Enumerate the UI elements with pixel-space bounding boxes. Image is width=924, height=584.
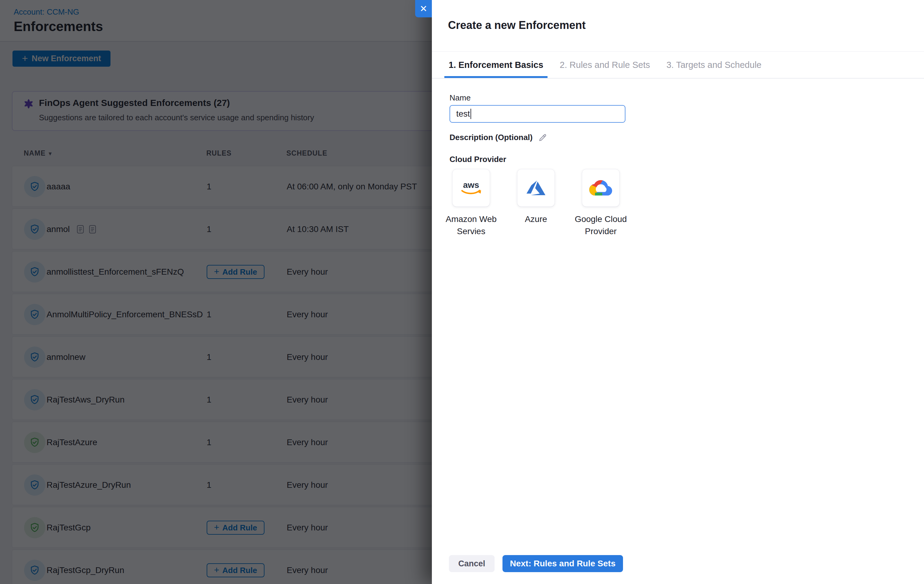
close-icon: ✕: [420, 3, 427, 14]
drawer-header: Create a new Enforcement: [432, 0, 924, 52]
create-enforcement-drawer: Create a new Enforcement 1. Enforcement …: [432, 0, 924, 584]
description-label-text: Description (Optional): [449, 133, 533, 142]
aws-logo-icon: aws: [458, 179, 484, 196]
azure-logo-icon: [526, 179, 545, 197]
screen: Account: CCM-NG Enforcements + New Enfor…: [0, 0, 924, 584]
name-input[interactable]: test: [449, 105, 625, 123]
tab-rules-and-rule-sets[interactable]: 2. Rules and Rule Sets: [555, 52, 654, 78]
drawer-title: Create a new Enforcement: [448, 19, 586, 31]
cloud-provider-cards: aws: [452, 169, 620, 207]
provider-card-gcp[interactable]: [582, 169, 620, 207]
next-button[interactable]: Next: Rules and Rule Sets: [502, 555, 623, 572]
provider-label-gcp: Google Cloud Provider: [563, 213, 639, 238]
pencil-icon: [538, 133, 547, 142]
drawer-footer: Cancel Next: Rules and Rule Sets: [449, 555, 623, 572]
provider-card-azure[interactable]: [517, 169, 555, 207]
description-label: Description (Optional): [449, 133, 547, 142]
gcp-logo-icon: [589, 176, 612, 199]
drawer-close-button[interactable]: ✕: [415, 0, 432, 17]
provider-card-aws[interactable]: aws: [452, 169, 490, 207]
edit-description-button[interactable]: [538, 133, 547, 142]
cloud-provider-label: Cloud Provider: [449, 155, 506, 164]
tab-targets-and-schedule[interactable]: 3. Targets and Schedule: [662, 52, 766, 78]
tab-enforcement-basics[interactable]: 1. Enforcement Basics: [444, 52, 548, 78]
name-input-value: test: [456, 109, 470, 119]
drawer-tabs: 1. Enforcement Basics 2. Rules and Rule …: [432, 52, 924, 79]
cancel-button[interactable]: Cancel: [449, 555, 495, 572]
text-caret: [470, 109, 471, 119]
svg-text:aws: aws: [463, 180, 479, 190]
name-label: Name: [449, 93, 470, 103]
